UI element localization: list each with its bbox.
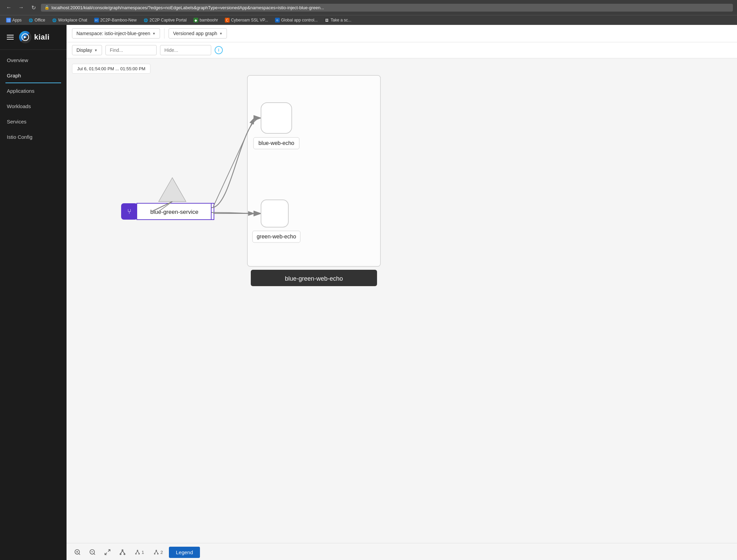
kiali-logo-icon [19, 31, 31, 43]
hide-input[interactable] [160, 45, 211, 55]
svg-line-3 [79, 554, 80, 555]
sidebar-item-applications[interactable]: Applications [0, 83, 67, 99]
bookmark-2c2p-bamboo[interactable]: 2C 2C2P-Bamboo-New [91, 17, 140, 24]
sidebar-item-istio-config[interactable]: Istio Config [0, 129, 67, 145]
sidebar-item-workloads[interactable]: Workloads [0, 99, 67, 114]
namespace-select[interactable]: Namespace: istio-inject-blue-green ▼ [72, 28, 160, 39]
bookmark-2c2p-captive[interactable]: 🌐 2C2P Captive Portal [141, 17, 189, 24]
bookmark-cyberoam[interactable]: C Cyberoam SSL VP... [222, 17, 271, 24]
svg-point-16 [137, 550, 138, 551]
bookmark-apps-label: Apps [12, 18, 21, 23]
hamburger-line-1 [7, 35, 14, 35]
svg-point-11 [122, 550, 123, 551]
green-web-echo-label: green-web-echo [257, 234, 296, 239]
graph-area: Jul 6, 01:54:00 PM ... 01:55:00 PM blue-… [67, 58, 737, 560]
secondary-toolbar: Display ▼ i [67, 42, 737, 58]
sidebar-item-services[interactable]: Services [0, 114, 67, 129]
apps-favicon: ☷ [6, 18, 11, 23]
browser-chrome: ← → ↻ 🔒 localhost:20001/kiali/console/gr… [0, 0, 737, 15]
namespace-label-text: blue-green-web-echo [285, 275, 343, 282]
display-button[interactable]: Display ▼ [72, 45, 102, 55]
logo-container: kiali [19, 31, 49, 43]
screenshot-favicon: 🖼 [324, 18, 329, 23]
bookmark-workplace-label: Workplace Chat [58, 18, 87, 23]
bamboo-favicon: 2C [94, 18, 99, 23]
bookmark-global-app-label: Global app control... [281, 18, 318, 23]
bookmark-screenshot[interactable]: 🖼 Take a sc... [322, 17, 354, 24]
lock-icon: 🔒 [44, 5, 49, 10]
service-node-icon-symbol: ⑂ [127, 207, 131, 216]
display-label: Display [76, 47, 92, 53]
bookmark-office-label: Office [34, 18, 45, 23]
bookmark-2c2p-bamboo-label: 2C2P-Bamboo-New [100, 18, 137, 23]
svg-line-24 [155, 551, 157, 554]
legend-label: Legend [176, 549, 193, 555]
main-content: Namespace: istio-inject-blue-green ▼ Ver… [67, 25, 737, 560]
graph-type-dropdown-arrow: ▼ [219, 32, 222, 35]
bookmark-bamboohr[interactable]: ◆ bamboohr [191, 17, 221, 24]
zoom-out-button[interactable] [86, 546, 99, 558]
sidebar-item-overview[interactable]: Overview [0, 53, 67, 68]
fit-screen-button[interactable] [101, 546, 114, 558]
bookmark-bamboohr-label: bamboohr [200, 18, 218, 23]
office-favicon: 🌐 [28, 18, 33, 23]
sidebar-header: kiali [0, 25, 67, 50]
svg-line-7 [94, 554, 95, 555]
svg-line-19 [136, 551, 138, 554]
bottom-toolbar: 1 2 Legend [67, 543, 737, 560]
node-count-2-label: 2 [160, 550, 163, 555]
url-text: localhost:20001/kiali/console/graph/name… [52, 5, 324, 10]
svg-line-25 [156, 551, 158, 554]
back-button[interactable]: ← [4, 3, 14, 12]
graph-type-label: Versioned app graph [173, 31, 217, 36]
info-button[interactable]: i [215, 46, 223, 54]
node-count-1-button[interactable]: 1 [131, 547, 147, 557]
bookmark-screenshot-label: Take a sc... [331, 18, 351, 23]
workplace-favicon: 🌐 [52, 18, 57, 23]
sidebar-item-graph[interactable]: Graph [0, 68, 67, 83]
bamboohr-favicon: ◆ [193, 18, 198, 23]
primary-toolbar: Namespace: istio-inject-blue-green ▼ Ver… [67, 25, 737, 42]
forward-button[interactable]: → [16, 3, 26, 12]
captive-favicon: 🌐 [143, 18, 148, 23]
blue-web-echo-node[interactable] [261, 103, 292, 133]
hamburger-line-3 [7, 39, 14, 40]
svg-point-23 [158, 553, 159, 554]
find-input[interactable] [105, 45, 157, 55]
bookmarks-bar: ☷ Apps 🌐 Office 🌐 Workplace Chat 2C 2C2P… [0, 15, 737, 25]
hamburger-button[interactable] [5, 33, 15, 41]
sidebar-nav: Overview Graph Applications Workloads Se… [0, 50, 67, 560]
bookmark-workplace[interactable]: 🌐 Workplace Chat [49, 17, 90, 24]
svg-point-21 [156, 550, 157, 551]
svg-line-15 [122, 551, 125, 554]
gateway-node[interactable] [159, 178, 186, 202]
app-container: kiali Overview Graph Applications Worklo… [0, 25, 737, 560]
time-range-badge: Jul 6, 01:54:00 PM ... 01:55:00 PM [72, 64, 150, 74]
sidebar: kiali Overview Graph Applications Worklo… [0, 25, 67, 560]
legend-button[interactable]: Legend [169, 547, 200, 558]
address-bar[interactable]: 🔒 localhost:20001/kiali/console/graph/na… [41, 4, 733, 12]
bookmark-apps[interactable]: ☷ Apps [3, 17, 24, 24]
display-dropdown-arrow: ▼ [94, 48, 98, 52]
svg-line-20 [138, 551, 139, 554]
node-layout-button[interactable] [116, 546, 129, 558]
svg-point-13 [124, 554, 125, 555]
svg-point-18 [139, 553, 140, 554]
bookmark-global-app[interactable]: G Global app control... [272, 17, 320, 24]
svg-point-12 [120, 554, 121, 555]
node-count-2-button[interactable]: 2 [150, 547, 166, 557]
graph-type-select[interactable]: Versioned app graph ▼ [169, 28, 227, 39]
cyberoam-favicon: C [225, 18, 230, 23]
bookmark-2c2p-captive-label: 2C2P Captive Portal [149, 18, 187, 23]
node-count-1-label: 1 [142, 550, 144, 555]
hamburger-line-2 [7, 37, 14, 38]
zoom-in-button[interactable] [71, 546, 84, 558]
svg-line-10 [105, 553, 107, 555]
green-web-echo-node[interactable] [261, 200, 288, 227]
namespace-dropdown-arrow: ▼ [152, 32, 156, 35]
toolbar-divider [164, 28, 164, 39]
refresh-button[interactable]: ↻ [29, 3, 38, 12]
global-app-favicon: G [275, 18, 280, 23]
bookmark-office[interactable]: 🌐 Office [26, 17, 48, 24]
svg-point-17 [135, 553, 136, 554]
